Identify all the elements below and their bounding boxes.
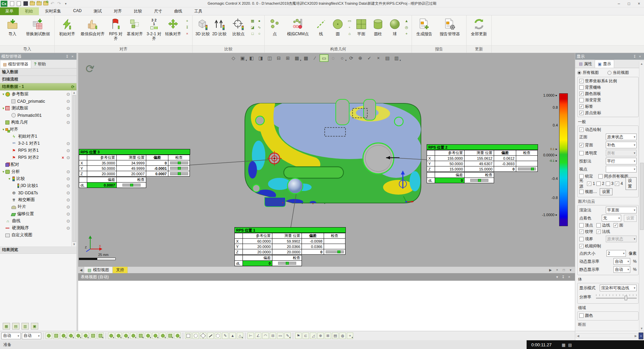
initial-align-button[interactable]: 初始对齐: [57, 17, 77, 44]
tab-display[interactable]: ▣显示: [595, 60, 614, 68]
comment-tool-icon[interactable]: ◍: [339, 333, 346, 339]
clip-left-icon[interactable]: ◧: [247, 54, 256, 62]
front-face-select[interactable]: 原来状态▾: [606, 134, 637, 140]
multi-view-icon[interactable]: ▦▾: [292, 54, 301, 62]
undo-icon[interactable]: ↶: [49, 1, 56, 7]
import-folder-icon[interactable]: ↓: [29, 1, 36, 7]
321-align-button[interactable]: 3 21 3-2-1 对齐: [146, 17, 162, 44]
library-icon[interactable]: ≡: [639, 333, 643, 339]
measure-angle-icon[interactable]: ∠: [255, 333, 261, 339]
flood-select-tool-icon[interactable]: ▲: [229, 333, 236, 339]
status-grid-icon[interactable]: ▦: [561, 343, 565, 347]
eye-icon[interactable]: ⊙: [66, 169, 70, 174]
dynamic-rate-select[interactable]: 自动▾: [613, 258, 630, 265]
tab-model-view[interactable]: ▤ 模型视图: [84, 267, 113, 273]
flag-tool-icon[interactable]: ⚑: [295, 333, 302, 339]
cancel-icon[interactable]: ×: [374, 54, 383, 62]
maximize-button[interactable]: □: [624, 0, 634, 7]
checkbox-light3[interactable]: ✓: [606, 182, 610, 186]
report-manager-button[interactable]: 报告管理器: [435, 17, 464, 44]
menu-button[interactable]: 菜单: [0, 7, 19, 15]
tab-support[interactable]: 支持: [113, 267, 128, 273]
expand-arrow[interactable]: ▾: [7, 177, 11, 181]
collapse-icon[interactable]: ▾: [554, 275, 560, 279]
add-tool-icon[interactable]: +▾: [347, 333, 353, 339]
replace-test-data-button[interactable]: 替换测试数据: [23, 17, 52, 44]
checkbox-region-color[interactable]: ✓: [579, 313, 584, 318]
3d-viewport[interactable]: ◇ ▣▾ ◧ ◨ ◫ ⊟ ⊞ ▦▾ ▩ ∕ ▭ ◌ ○▾ ⟳ ⊕ ✓ ×: [78, 53, 575, 266]
section-result-browse[interactable]: 结果浏览: [0, 246, 76, 254]
protractor-tool-icon[interactable]: ◿: [310, 333, 316, 339]
torus-geometry-icon[interactable]: ◎: [404, 24, 410, 30]
render-method-select[interactable]: 平直面▾: [606, 207, 637, 213]
checkbox-back-face[interactable]: ✓: [579, 143, 584, 147]
plane-button[interactable]: 平面: [353, 17, 369, 44]
tree-item-geometry[interactable]: 构造几何⊙: [0, 119, 71, 126]
split-view-icon[interactable]: ◫: [265, 54, 274, 62]
compare-cylinder-icon[interactable]: ●: [256, 18, 262, 23]
tree-item-curve[interactable]: ∩曲线⊙: [0, 217, 71, 225]
checkbox-world-coords[interactable]: ✓: [579, 79, 584, 83]
checkbox-light1[interactable]: ✓: [587, 182, 591, 186]
tree-scrollbar[interactable]: ▲ ▼: [71, 91, 76, 246]
best-fit-align-button[interactable]: 最佳拟合对齐: [78, 17, 107, 44]
expand-arrow[interactable]: ▾: [1, 128, 5, 131]
eye-icon[interactable]: ⊙: [66, 155, 70, 160]
eye-icon[interactable]: ⊙: [66, 148, 70, 153]
eye-icon[interactable]: ⊙: [66, 120, 70, 125]
confirm-icon[interactable]: ✓: [365, 54, 374, 62]
tree-item-cad-prismatic[interactable]: CAD_prismatic⊙: [0, 98, 71, 105]
point-shading-select[interactable]: 无▾: [602, 215, 621, 221]
snapshot-icon[interactable]: ▤: [383, 54, 392, 62]
rotate-view-icon[interactable]: ⟳: [347, 54, 356, 62]
browse-view3-icon[interactable]: ▥: [21, 323, 29, 330]
rectangle-geometry-icon[interactable]: ▫: [346, 24, 353, 30]
tree-item-analysis[interactable]: ▾分析⊙: [0, 168, 71, 175]
resolution-slider[interactable]: [596, 294, 637, 300]
select-similar-icon[interactable]: ▾: [174, 333, 181, 339]
view-cube-icon[interactable]: ▣▾: [238, 54, 247, 62]
checkbox-gradient-background[interactable]: ✓: [579, 98, 584, 102]
polygon-view-icon[interactable]: ◇: [229, 54, 238, 62]
snap-mode-select[interactable]: 自动▾: [22, 333, 41, 339]
scroll-left-icon[interactable]: ◀: [577, 334, 579, 338]
checkbox-face[interactable]: ✓: [613, 223, 618, 228]
filter-all-icon[interactable]: [46, 333, 52, 339]
pin-icon[interactable]: ↧: [560, 275, 566, 279]
minimize-button[interactable]: –: [614, 0, 624, 7]
section-result-data[interactable]: 结果数据 - 1⟳: [0, 83, 76, 91]
refresh-icon[interactable]: ⟳: [71, 85, 74, 89]
smart-select-tool-icon[interactable]: △▾: [237, 333, 243, 339]
close-icon[interactable]: ×: [70, 54, 75, 58]
tree-item-custom-view[interactable]: 自定义视图: [0, 232, 71, 239]
checkbox-boundary[interactable]: ✓: [579, 237, 584, 241]
checkbox-texture[interactable]: ✓: [579, 230, 584, 234]
tab-dimension[interactable]: 尺寸: [148, 7, 168, 15]
eye-icon[interactable]: ⊙: [66, 190, 70, 195]
tab-cad[interactable]: CAD: [67, 7, 88, 15]
checkbox-edge[interactable]: ✓: [596, 223, 601, 228]
simulate-cmm-point-button[interactable]: 模拟CMM点: [283, 17, 312, 44]
tree-item-pair[interactable]: 配对: [0, 161, 71, 168]
expand-arrow[interactable]: ▾: [1, 92, 5, 96]
checkbox-suppress[interactable]: ✓: [579, 244, 584, 248]
cylinder-button[interactable]: 圆柱: [370, 17, 386, 44]
radio-current-view[interactable]: [607, 71, 611, 75]
table-view-header[interactable]: 表格视图 (自动) ▾ ↧ ×: [78, 273, 575, 281]
tree-item-reference-data[interactable]: ▾参考数据⊙: [0, 91, 71, 98]
compare-curve-icon[interactable]: ∿: [256, 24, 262, 30]
eye-icon[interactable]: ⊙: [66, 183, 70, 188]
scroll-up-icon[interactable]: ▲: [73, 91, 76, 94]
eye-icon[interactable]: ⊙: [66, 197, 70, 202]
tab-align[interactable]: 对齐: [108, 7, 128, 15]
select-through-icon[interactable]: ▾: [115, 333, 122, 339]
tree-item-prismatic001[interactable]: Prismatic001⊙: [0, 112, 71, 119]
cone-geometry-icon[interactable]: ▲: [404, 18, 410, 23]
status-log-icon[interactable]: ▤: [568, 343, 572, 347]
clip-right-icon[interactable]: ◨: [256, 54, 265, 62]
tree-item-rps-align2[interactable]: ⚑RPS 对齐2×⊙: [0, 154, 71, 161]
eye-icon[interactable]: ⊙: [66, 218, 70, 223]
export-folder-icon[interactable]: ↑: [36, 1, 42, 7]
select-invert-icon[interactable]: ▾: [145, 333, 151, 339]
polygon-geometry-icon[interactable]: ⌂: [346, 31, 353, 36]
